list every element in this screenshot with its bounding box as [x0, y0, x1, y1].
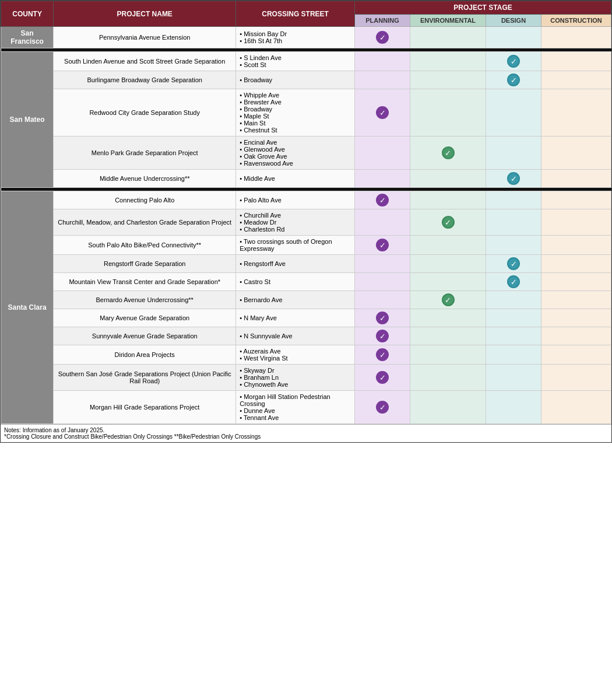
crossing-item: Skyway Dr [240, 367, 351, 374]
table-row: Sunnyvale Avenue Grade SeparationN Sunny… [1, 327, 611, 345]
crossing-cell: Broadway [236, 71, 355, 89]
crossing-item: Scott St [240, 61, 351, 68]
stage-planning-cell [355, 71, 410, 89]
crossing-item: Whipple Ave [240, 92, 351, 99]
stage-design-cell [486, 236, 541, 255]
project-name-cell: Connecting Palo Alto [54, 191, 236, 209]
stage-environmental-cell [410, 71, 486, 89]
project-stage-table: COUNTY PROJECT NAME CROSSING STREET PROJ… [1, 1, 611, 424]
crossing-item: Oak Grove Ave [240, 153, 351, 160]
stage-environmental-cell [410, 309, 486, 327]
stage-environmental-cell [410, 273, 486, 291]
stage-planning-cell: ✓ [355, 89, 410, 136]
crossing-cell: N Mary Ave [236, 309, 355, 327]
table-row: Middle Avenue Undercrossing**Middle Ave✓ [1, 170, 611, 188]
crossing-cell: Two crossings south of Oregon Expressway [236, 236, 355, 255]
stage-environmental-cell [410, 170, 486, 188]
stage-planning-cell [355, 170, 410, 188]
crossing-item: Castro St [240, 278, 351, 285]
crossing-cell: Palo Alto Ave [236, 191, 355, 209]
table-row: Menlo Park Grade Separation ProjectEncin… [1, 136, 611, 170]
stage-planning-cell: ✓ [355, 309, 410, 327]
stage-design-cell [486, 391, 541, 424]
table-row: Burlingame Broadway Grade SeparationBroa… [1, 71, 611, 89]
crossing-item: Main St [240, 120, 351, 127]
crossing-item: Churchill Ave [240, 212, 351, 219]
project-name-cell: Mountain View Transit Center and Grade S… [54, 273, 236, 291]
stage-design-cell [486, 327, 541, 345]
checkmark-icon: ✓ [507, 172, 520, 185]
table-row: Southern San José Grade Separations Proj… [1, 365, 611, 391]
crossing-item: Bernardo Ave [240, 296, 351, 303]
crossing-item: Auzerais Ave [240, 348, 351, 355]
th-planning: PLANNING [355, 15, 410, 27]
stage-design-cell: ✓ [486, 273, 541, 291]
crossing-cell: Mission Bay Dr16th St At 7th [236, 27, 355, 48]
table-row: Rengstorff Grade SeparationRengstorff Av… [1, 255, 611, 273]
stage-environmental-cell: ✓ [410, 136, 486, 170]
header-row-main: COUNTY PROJECT NAME CROSSING STREET PROJ… [1, 1, 611, 15]
stage-design-cell [486, 27, 541, 48]
project-name-cell: Churchill, Meadow, and Charleston Grade … [54, 209, 236, 236]
stage-planning-cell: ✓ [355, 365, 410, 391]
stage-construction-cell [541, 236, 611, 255]
stage-environmental-cell [410, 345, 486, 365]
th-crossing-street: CROSSING STREET [236, 1, 355, 27]
project-name-cell: Sunnyvale Avenue Grade Separation [54, 327, 236, 345]
stage-construction-cell [541, 71, 611, 89]
crossing-item: Charleston Rd [240, 226, 351, 233]
crossing-cell: Whipple AveBrewster AveBroadwayMaple StM… [236, 89, 355, 136]
checkmark-icon: ✓ [376, 239, 389, 251]
project-name-cell: Menlo Park Grade Separation Project [54, 136, 236, 170]
note-1: Notes: Information as of January 2025. [4, 427, 608, 433]
checkmark-icon: ✓ [376, 106, 389, 119]
table-row: Santa ClaraConnecting Palo AltoPalo Alto… [1, 191, 611, 209]
main-table-wrapper: COUNTY PROJECT NAME CROSSING STREET PROJ… [0, 0, 612, 443]
project-name-cell: South Palo Alto Bike/Ped Connectivity** [54, 236, 236, 255]
checkmark-icon: ✓ [376, 371, 389, 384]
stage-planning-cell: ✓ [355, 391, 410, 424]
stage-planning-cell: ✓ [355, 191, 410, 209]
th-construction: CONSTRUCTION [541, 15, 611, 27]
crossing-cell: Auzerais AveWest Virgina St [236, 345, 355, 365]
project-name-cell: Bernardo Avenue Undercrossing** [54, 291, 236, 309]
stage-construction-cell [541, 209, 611, 236]
stage-planning-cell: ✓ [355, 27, 410, 48]
stage-design-cell [486, 291, 541, 309]
stage-environmental-cell: ✓ [410, 209, 486, 236]
crossing-item: N Sunnyvale Ave [240, 332, 351, 340]
crossing-item: Broadway [240, 106, 351, 113]
stage-planning-cell [355, 136, 410, 170]
stage-design-cell [486, 209, 541, 236]
table-row: Churchill, Meadow, and Charleston Grade … [1, 209, 611, 236]
crossing-cell: Churchill AveMeadow DrCharleston Rd [236, 209, 355, 236]
crossing-item: Middle Ave [240, 175, 351, 182]
crossing-item: S Linden Ave [240, 54, 351, 61]
crossing-item: Chestnut St [240, 127, 351, 134]
table-row: South Palo Alto Bike/Ped Connectivity**T… [1, 236, 611, 255]
table-row: San FranciscoPennsylvania Avenue Extensi… [1, 27, 611, 48]
table-row: San MateoSouth Linden Avenue and Scott S… [1, 52, 611, 71]
stage-construction-cell [541, 27, 611, 48]
stage-environmental-cell [410, 327, 486, 345]
checkmark-icon: ✓ [442, 146, 455, 159]
crossing-item: Maple St [240, 113, 351, 120]
stage-design-cell: ✓ [486, 52, 541, 71]
checkmark-icon: ✓ [507, 257, 520, 270]
stage-construction-cell [541, 345, 611, 365]
stage-planning-cell [355, 209, 410, 236]
project-name-cell: Pennsylvania Avenue Extension [54, 27, 236, 48]
stage-construction-cell [541, 170, 611, 188]
checkmark-icon: ✓ [442, 216, 455, 229]
stage-planning-cell: ✓ [355, 327, 410, 345]
crossing-item: Morgan Hill Station Pedestrian Crossing [240, 393, 351, 407]
stage-design-cell [486, 309, 541, 327]
note-2: *Crossing Closure and Construct Bike/Ped… [4, 433, 608, 440]
stage-design-cell [486, 89, 541, 136]
crossing-cell: Skyway DrBranham LnChynoweth Ave [236, 365, 355, 391]
stage-planning-cell: ✓ [355, 345, 410, 365]
crossing-cell: Morgan Hill Station Pedestrian CrossingD… [236, 391, 355, 424]
checkmark-icon: ✓ [376, 348, 389, 361]
crossing-item: Two crossings south of Oregon Expressway [240, 238, 351, 252]
crossing-cell: N Sunnyvale Ave [236, 327, 355, 345]
